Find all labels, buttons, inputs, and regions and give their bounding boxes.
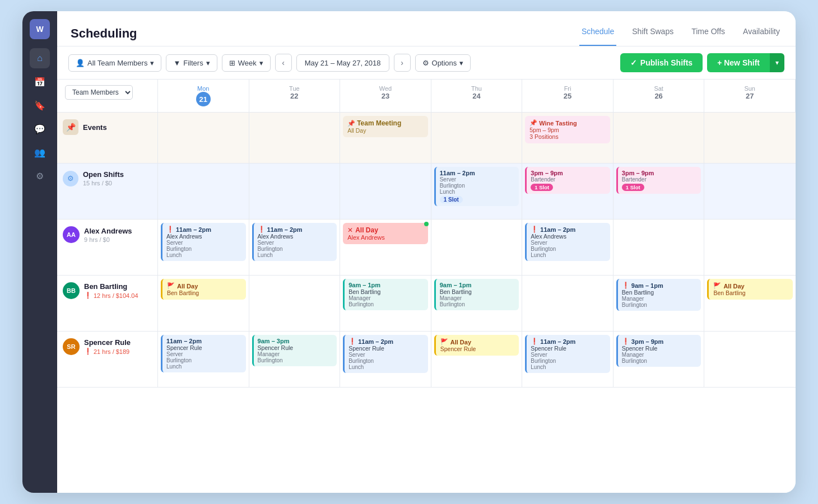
tab-time-offs[interactable]: Time Offs — [689, 21, 727, 46]
ben-allday-mon[interactable]: 🚩 All Day Ben Bartling — [161, 279, 246, 300]
spencer-wed-cell[interactable]: ❗ 11am – 2pm Spencer Rule Server Burling… — [340, 332, 431, 387]
open-shifts-mon[interactable] — [158, 164, 249, 219]
alex-thu-cell[interactable] — [431, 220, 523, 275]
spencer-tue-shift[interactable]: 9am – 3pm Spencer Rule Manager Burlingto… — [252, 335, 337, 366]
open-shift-sat-card[interactable]: 3pm – 9pm Bartender 1 Slot — [616, 167, 701, 194]
alex-fri-location: Burlington — [531, 246, 606, 252]
alex-mon-cell[interactable]: ❗ 11am – 2pm Alex Andrews Server Burling… — [158, 220, 249, 275]
open-shifts-fri[interactable]: 3pm – 9pm Bartender 1 Slot — [522, 164, 614, 219]
spencer-sat-shift[interactable]: ❗ 3pm – 9pm Spencer Rule Manager Burling… — [616, 335, 701, 367]
alex-fri-shift[interactable]: ❗ 11am – 2pm Alex Andrews Server Burling… — [525, 223, 610, 261]
spencer-mon-shift[interactable]: 11am – 2pm Spencer Rule Server Burlingto… — [161, 335, 246, 372]
new-shift-dropdown[interactable]: ▾ — [770, 53, 784, 72]
spencer-fri-name: Spencer Rule — [531, 345, 606, 352]
open-shifts-sat[interactable]: 3pm – 9pm Bartender 1 Slot — [614, 164, 705, 219]
ben-sat-shift[interactable]: ❗ 9am – 1pm Ben Bartling Manager Burling… — [616, 279, 701, 311]
sidebar-icon-settings[interactable]: ⚙ — [30, 166, 50, 186]
spencer-sat-cell[interactable]: ❗ 3pm – 9pm Spencer Rule Manager Burling… — [614, 332, 705, 387]
ben-wed-location: Burlington — [348, 301, 424, 307]
spencer-tue-time: 9am – 3pm — [258, 338, 333, 344]
events-wed-cell[interactable]: 📌 Team Meeting All Day — [340, 113, 431, 163]
ben-thu-cell[interactable]: 9am – 1pm Ben Bartling Manager Burlingto… — [431, 276, 523, 331]
spencer-sun-cell[interactable] — [704, 332, 796, 387]
events-fri-cell[interactable]: 📌 Wine Tasting 5pm – 9pm 3 Positions — [522, 113, 614, 163]
alex-name: Alex Andrews — [84, 227, 132, 235]
open-shift-sat-time: 3pm – 9pm — [622, 170, 698, 176]
main-content: Scheduling Schedule Shift Swaps Time Off… — [57, 11, 796, 493]
open-shift-fri-card[interactable]: 3pm – 9pm Bartender 1 Slot — [525, 167, 610, 194]
prev-week-button[interactable]: ‹ — [275, 54, 292, 72]
alex-tue-role: Server — [258, 240, 333, 246]
publish-shifts-button[interactable]: ✓ Publish Shifts — [620, 53, 703, 72]
spencer-mon-location: Burlington — [166, 357, 242, 363]
spencer-fri-shift[interactable]: ❗ 11am – 2pm Spencer Rule Server Burling… — [525, 335, 610, 373]
open-shifts-tue[interactable] — [249, 164, 341, 219]
alex-wed-cell[interactable]: ✕ All Day Alex Andrews — [340, 220, 431, 275]
open-shifts-thu[interactable]: 11am – 2pm Server Burlington Lunch 1 Slo… — [431, 164, 523, 219]
alex-tue-shift[interactable]: ❗ 11am – 2pm Alex Andrews Server Burling… — [252, 223, 337, 261]
alex-tue-cell[interactable]: ❗ 11am – 2pm Alex Andrews Server Burling… — [249, 220, 341, 275]
sidebar-icon-home[interactable]: ⌂ — [30, 48, 50, 68]
ben-tue-cell[interactable] — [249, 276, 341, 331]
spencer-rule-label: SR Spencer Rule ❗ 21 hrs / $189 — [57, 332, 158, 387]
team-members-filter[interactable]: 👤 All Team Members ▾ — [68, 54, 161, 72]
ben-wed-cell[interactable]: 9am – 1pm Ben Bartling Manager Burlingto… — [340, 276, 431, 331]
alex-mon-shift[interactable]: ❗ 11am – 2pm Alex Andrews Server Burling… — [161, 223, 246, 261]
tab-availability[interactable]: Availability — [741, 21, 782, 46]
events-thu-cell[interactable] — [431, 113, 523, 163]
open-shifts-hours: 15 hrs / $0 — [83, 180, 124, 186]
app-logo: W — [30, 19, 50, 39]
tab-shift-swaps[interactable]: Shift Swaps — [630, 21, 676, 46]
spencer-allday-thu[interactable]: 🚩 All Day Spencer Rule — [434, 335, 519, 356]
wine-tasting-event[interactable]: 📌 Wine Tasting 5pm – 9pm 3 Positions — [525, 116, 610, 143]
alex-sun-cell[interactable] — [704, 220, 796, 275]
day-header-sun: Sun 27 — [704, 80, 796, 112]
spencer-thu-cell[interactable]: 🚩 All Day Spencer Rule — [431, 332, 523, 387]
day-header-mon: Mon 21 — [158, 80, 249, 112]
spencer-wed-shift[interactable]: ❗ 11am – 2pm Spencer Rule Server Burling… — [343, 335, 428, 373]
spencer-mon-cell[interactable]: 11am – 2pm Spencer Rule Server Burlingto… — [158, 332, 249, 387]
spencer-tue-role: Manager — [258, 351, 333, 357]
alex-allday-card[interactable]: ✕ All Day Alex Andrews — [343, 223, 428, 244]
options-button[interactable]: ⚙ Options ▾ — [415, 54, 471, 72]
next-week-button[interactable]: › — [394, 54, 411, 72]
filters-button[interactable]: ▼ Filters ▾ — [166, 54, 217, 72]
ben-sat-cell[interactable]: ❗ 9am – 1pm Ben Bartling Manager Burling… — [614, 276, 705, 331]
page-header: Scheduling Schedule Shift Swaps Time Off… — [57, 11, 796, 46]
team-members-column-header[interactable]: Team Members — [57, 80, 158, 112]
events-mon-cell[interactable] — [158, 113, 249, 163]
ben-allday-sun[interactable]: 🚩 All Day Ben Bartling — [707, 279, 793, 300]
alex-sat-cell[interactable] — [614, 220, 705, 275]
spencer-tue-cell[interactable]: 9am – 3pm Spencer Rule Manager Burlingto… — [249, 332, 341, 387]
open-shift-sat-role: Bartender — [622, 176, 698, 183]
open-shift-fri-role: Bartender — [531, 176, 606, 183]
events-sat-cell[interactable] — [614, 113, 705, 163]
pin-icon: 📌 — [63, 119, 78, 135]
ben-wed-shift[interactable]: 9am – 1pm Ben Bartling Manager Burlingto… — [343, 279, 428, 310]
ben-mon-cell[interactable]: 🚩 All Day Ben Bartling — [158, 276, 249, 331]
tab-schedule[interactable]: Schedule — [579, 21, 616, 46]
events-sun-cell[interactable] — [704, 113, 796, 163]
ben-fri-cell[interactable] — [522, 276, 614, 331]
open-shift-fri-badge: 1 Slot — [531, 184, 553, 191]
sidebar: W ⌂ 📅 🔖 💬 👥 ⚙ — [22, 11, 57, 493]
events-label: Events — [83, 123, 107, 132]
events-row-label: 📌 Events — [57, 113, 158, 163]
week-selector[interactable]: ⊞ Week ▾ — [222, 54, 271, 72]
open-shift-thu-card[interactable]: 11am – 2pm Server Burlington Lunch 1 Slo… — [434, 167, 519, 206]
ben-thu-shift[interactable]: 9am – 1pm Ben Bartling Manager Burlingto… — [434, 279, 519, 310]
spencer-fri-cell[interactable]: ❗ 11am – 2pm Spencer Rule Server Burling… — [522, 332, 614, 387]
ben-sat-location: Burlington — [622, 302, 698, 308]
open-shifts-wed[interactable] — [340, 164, 431, 219]
ben-sun-cell[interactable]: 🚩 All Day Ben Bartling — [704, 276, 796, 331]
wine-tasting-positions: 3 Positions — [529, 133, 606, 140]
team-meeting-event[interactable]: 📌 Team Meeting All Day — [343, 116, 428, 137]
open-shifts-sun[interactable] — [704, 164, 796, 219]
sidebar-icon-bookmark[interactable]: 🔖 — [30, 95, 50, 115]
sidebar-icon-chat[interactable]: 💬 — [30, 119, 50, 139]
sidebar-icon-schedule[interactable]: 📅 — [30, 72, 50, 92]
events-tue-cell[interactable] — [249, 113, 341, 163]
alex-fri-cell[interactable]: ❗ 11am – 2pm Alex Andrews Server Burling… — [522, 220, 614, 275]
sidebar-icon-team[interactable]: 👥 — [30, 142, 50, 162]
new-shift-button[interactable]: + New Shift — [707, 53, 770, 72]
